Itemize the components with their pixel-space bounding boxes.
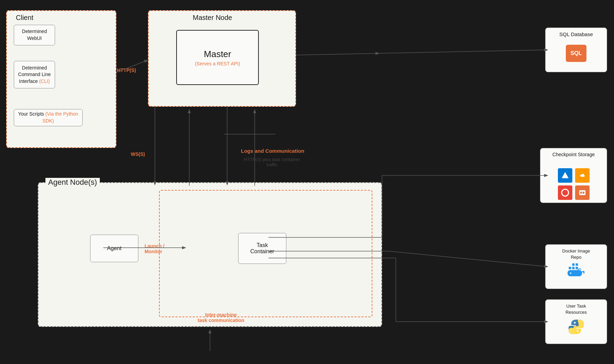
logs-comm-subtitle: HTTP(S) plus task containertraffic bbox=[234, 157, 310, 167]
client-label: Client bbox=[13, 14, 36, 22]
sql-database-box: SQL Database SQL bbox=[545, 28, 607, 72]
master-node-label: Master Node bbox=[190, 14, 235, 22]
svg-line-30 bbox=[389, 251, 547, 267]
svg-point-12 bbox=[574, 322, 576, 324]
provider-icons bbox=[552, 168, 595, 200]
master-subtitle: (Serves a REST API) bbox=[195, 61, 240, 66]
svg-point-11 bbox=[570, 272, 571, 274]
sql-icon: SQL bbox=[566, 45, 586, 62]
master-inner-box: Master (Serves a REST API) bbox=[176, 30, 259, 85]
webui-box: DeterminedWebUI bbox=[14, 25, 55, 45]
docker-image-repo-box: Docker ImageRepo bbox=[545, 244, 607, 289]
scripts-label: Your Scripts (Via the Python SDK) bbox=[14, 111, 82, 124]
svg-rect-2 bbox=[579, 190, 585, 195]
svg-rect-3 bbox=[580, 192, 582, 194]
svg-point-1 bbox=[562, 189, 569, 196]
task-container-box: TaskContainer bbox=[238, 233, 286, 264]
user-task-resources-box: User TaskResources bbox=[545, 299, 607, 344]
svg-point-13 bbox=[577, 330, 579, 332]
agent-label: Agent bbox=[107, 245, 121, 251]
agent-node-box: Agent Node(s) Agent Launch /Monitor Task… bbox=[38, 182, 382, 327]
launch-monitor-label: Launch /Monitor bbox=[145, 243, 165, 254]
client-box: Client DeterminedWebUI DeterminedCommand… bbox=[6, 10, 116, 148]
svg-rect-4 bbox=[583, 192, 584, 194]
user-task-resources-label: User TaskResources bbox=[565, 303, 587, 315]
orange-storage-icon bbox=[575, 185, 590, 200]
agent-node-label: Agent Node(s) bbox=[45, 178, 100, 187]
checkpoint-storage-box: Checkpoint Storage bbox=[540, 148, 607, 203]
svg-rect-9 bbox=[572, 263, 575, 266]
ws-label: WS(S) bbox=[131, 151, 145, 157]
svg-rect-10 bbox=[575, 263, 578, 266]
checkpoint-storage-label: Checkpoint Storage bbox=[552, 152, 595, 157]
master-title: Master bbox=[204, 49, 231, 60]
svg-rect-6 bbox=[569, 267, 571, 269]
tls-checkpoint-label: TLS available. bbox=[365, 177, 393, 182]
svg-rect-7 bbox=[572, 267, 575, 269]
docker-icon bbox=[566, 263, 586, 278]
svg-rect-5 bbox=[568, 270, 582, 276]
gcp-icon bbox=[558, 185, 572, 200]
cli-label: DeterminedCommand LineInterface (CLI) bbox=[18, 65, 51, 85]
svg-line-19 bbox=[379, 50, 547, 53]
sql-database-label: SQL Database bbox=[559, 31, 593, 37]
azure-icon bbox=[558, 168, 572, 183]
logs-comm-title: Logs and Communication bbox=[241, 148, 304, 154]
webui-label: DeterminedWebUI bbox=[22, 28, 47, 42]
aws-icon bbox=[575, 168, 590, 183]
svg-marker-0 bbox=[562, 172, 569, 178]
docker-image-repo-label: Docker ImageRepo bbox=[562, 248, 590, 260]
diagram-container: Client DeterminedWebUI DeterminedCommand… bbox=[0, 0, 614, 364]
intermachine-label: Inter-machinetask communication bbox=[187, 312, 255, 323]
svg-line-18 bbox=[296, 53, 379, 55]
python-icon bbox=[568, 318, 585, 335]
tls-master-label: TLS available. SQL databasecould be co-l… bbox=[313, 34, 382, 50]
http-label: HTTP(S) bbox=[117, 67, 136, 73]
task-container-label: TaskContainer bbox=[250, 242, 274, 255]
svg-rect-8 bbox=[575, 267, 578, 269]
scripts-box: Your Scripts (Via the Python SDK) bbox=[14, 109, 83, 126]
master-node-box: Master Node Master (Serves a REST API) bbox=[148, 10, 296, 107]
cli-box: DeterminedCommand LineInterface (CLI) bbox=[14, 61, 55, 88]
agent-box: Agent bbox=[90, 235, 138, 262]
